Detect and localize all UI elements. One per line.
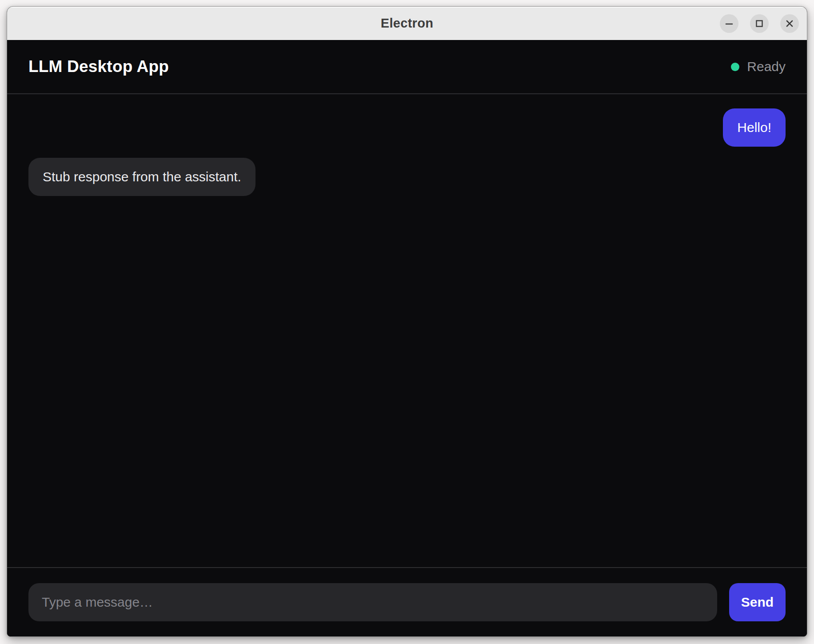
user-message-bubble: Hello! [723,108,786,147]
titlebar[interactable]: Electron [7,7,807,40]
status-indicator: Ready [731,59,786,74]
maximize-icon [755,19,764,28]
status-dot-icon [731,63,739,71]
app-header: LLM Desktop App Ready [7,40,807,94]
message-list: Hello! Stub response from the assistant. [7,94,807,567]
status-label: Ready [747,59,786,74]
composer-bar: Send [7,567,807,636]
minimize-button[interactable] [720,14,738,33]
minimize-icon [725,19,734,28]
close-button[interactable] [780,14,799,33]
desktop-background: Electron [0,0,814,644]
send-button[interactable]: Send [729,583,786,621]
window-controls [720,14,799,33]
app-window: Electron [7,6,807,637]
maximize-button[interactable] [750,14,769,33]
window-title: Electron [381,16,433,31]
message-input[interactable] [28,583,717,621]
page-title: LLM Desktop App [28,57,169,76]
assistant-message-bubble: Stub response from the assistant. [28,158,255,196]
close-icon [785,19,794,28]
